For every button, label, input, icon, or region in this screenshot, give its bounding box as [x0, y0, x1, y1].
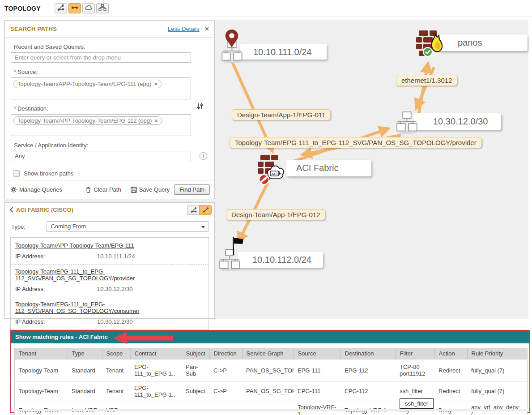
chevron-down-icon	[201, 226, 205, 228]
close-icon[interactable]: ×	[205, 26, 209, 32]
manage-queries-button[interactable]: Manage Queries	[10, 186, 62, 193]
rule-cell: EPG-111	[294, 359, 340, 381]
graph-view-icon	[57, 4, 65, 13]
rule-row[interactable]: Topology-TeamIntra-VRFVRFTopology-VRF-1T…	[15, 401, 527, 415]
source-tag: Topology-Team/APP-Topology-Team/EPG-111 …	[13, 80, 162, 88]
info-icon[interactable]: i	[200, 152, 207, 160]
rule-cell: EPG-111	[294, 381, 340, 401]
rule-cell: fully_qual (7)	[467, 381, 527, 401]
rule-cell: EPG-111_to_EPG-1..	[130, 359, 182, 381]
cloud-view-button[interactable]	[82, 3, 95, 13]
find-path-button[interactable]: Find Path	[174, 184, 210, 195]
rule-row[interactable]: Topology-TeamStandardTenantEPG-111_to_EP…	[15, 359, 527, 381]
rule-cell: Tenant	[102, 381, 130, 401]
save-icon	[131, 187, 137, 193]
required-asterisk: *	[14, 68, 16, 75]
node-source-subnet[interactable]: 10.10.111.0/24	[240, 44, 327, 60]
rule-cell: Topology-VRF-1	[294, 401, 340, 415]
cloud-view-icon	[85, 4, 93, 13]
clear-path-button[interactable]: Clear Path	[85, 186, 121, 193]
node-label: 10.10.112.0/24	[252, 255, 311, 265]
search-paths-panel: SEARCH PATHS Less Details × Recent and S…	[4, 20, 215, 199]
type-select[interactable]: Coming From	[47, 221, 209, 232]
edge-label-provider: Topology-Team/EPG-111_to_EPG-112_SVG/PAN…	[230, 137, 482, 148]
rule-cell	[209, 401, 242, 415]
rule-cell: Subject	[182, 381, 209, 401]
trash-icon	[85, 186, 91, 193]
sitemap-view-button[interactable]	[96, 3, 109, 13]
destination-tag: Topology-Team/APP-Topology-Team/EPG-112 …	[13, 116, 162, 125]
rule-cell: Tenant	[102, 359, 130, 381]
rule-cell: TCP-80 port11912	[396, 359, 434, 381]
node-panos[interactable]: panos	[439, 34, 528, 51]
swap-source-destination-button[interactable]	[196, 102, 204, 112]
service-input[interactable]	[11, 151, 191, 161]
horizontal-scrollbar[interactable]	[14, 409, 528, 411]
search-paths-title: SEARCH PATHS	[10, 26, 168, 32]
gear-icon	[10, 186, 17, 193]
remove-source-tag-icon[interactable]: ×	[154, 81, 157, 87]
svg-text:ACI: ACI	[272, 172, 277, 176]
collapse-chevron-icon[interactable]	[9, 207, 13, 213]
source-label: *Source:	[14, 68, 214, 75]
aci-entry-link[interactable]: Topology-Team/APP-Topology-Team/EPG-111	[15, 242, 134, 249]
edge-label-epg011: Design-Team/App-1/EPG-011	[232, 109, 331, 120]
rules-column-header: Type	[68, 348, 102, 359]
rule-cell: EPG-112	[340, 359, 396, 381]
rule-cell: PAN_OS_SG_TOPO..	[242, 359, 294, 381]
rule-cell: Topology-Team	[15, 359, 68, 381]
rule-cell: Topology-Team	[15, 381, 68, 401]
rules-column-header: Contract	[130, 348, 182, 359]
rules-column-header: Direction	[209, 348, 242, 359]
aci-entry-link[interactable]: Topology-Team/EPG-111_to_EPG-112_SVG/PAN…	[15, 268, 204, 282]
aci-entry-link[interactable]: Topology-Team/EPG-111_to_EPG-112_SVG/PAN…	[15, 301, 204, 314]
type-selected-value: Coming From	[51, 223, 86, 230]
page-title: TOPOLOGY	[0, 5, 41, 12]
remove-destination-tag-icon[interactable]: ×	[154, 117, 158, 124]
rules-column-header: Tenant	[15, 348, 68, 359]
show-broken-paths-checkbox[interactable]	[13, 170, 20, 177]
node-transit-subnet[interactable]: 10.30.12.0/30	[413, 113, 501, 130]
rule-row[interactable]: Topology-TeamStandardTenantEPG-111_to_EP…	[15, 381, 527, 401]
rules-column-header: Scope	[102, 348, 130, 359]
node-aci-fabric[interactable]: ACI Fabric	[286, 160, 371, 176]
node-label: panos	[458, 38, 482, 48]
subnet-icon	[396, 111, 418, 136]
link-toggle-button[interactable]	[200, 205, 212, 215]
recent-queries-input[interactable]	[11, 52, 191, 63]
rule-cell: Deny	[434, 401, 467, 415]
filter-tooltip: ssh_filter	[400, 398, 434, 409]
show-broken-paths-label: Show broken paths	[24, 170, 73, 177]
destination-field[interactable]: Topology-Team/APP-Topology-Team/EPG-112 …	[11, 114, 191, 136]
ip-address-value: 10.10.111.1/24	[97, 253, 135, 260]
edge-label-epg012: Design-Team/App-1/EPG-012	[226, 209, 325, 220]
top-bar: TOPOLOGY	[0, 0, 532, 17]
rule-cell: Pan-Sub	[182, 359, 209, 381]
aci-entry: Topology-Team/EPG-111_to_EPG-112_SVG/PAN…	[11, 297, 209, 329]
rules-column-header: Rule Priority	[467, 348, 527, 359]
matching-rules-panel: Show matching rules - ACI Fabric TenantT…	[10, 330, 530, 413]
ip-address-value: 10.30.12.2/30	[97, 286, 133, 292]
aci-entry: Topology-Team/EPG-111_to_EPG-112_SVG/PAN…	[11, 264, 209, 297]
toolbar-divider	[48, 4, 48, 13]
ip-address-label: IP Address:	[15, 318, 97, 325]
rule-cell: VRF	[102, 401, 130, 415]
aci-fabric-title: ACI FABRIC (CISCO)	[16, 206, 187, 213]
edge-label-ethernet: ethernet1/1.3012	[396, 75, 457, 86]
rules-column-header: Service Graph	[242, 348, 294, 359]
save-query-button[interactable]: Save Query	[131, 186, 170, 193]
rule-cell	[242, 401, 294, 415]
graph-icon	[190, 207, 197, 213]
rule-cell: PAN_OS_SG_TOPO..	[242, 381, 294, 401]
type-label: Type:	[11, 223, 47, 230]
rule-cell	[130, 401, 182, 415]
path-view-button[interactable]	[68, 3, 81, 13]
graph-toggle-button[interactable]	[187, 205, 200, 215]
rule-cell: any_vrf_any_deny (..	[467, 401, 527, 415]
graph-view-button[interactable]	[55, 3, 67, 13]
rules-column-header: Subject	[182, 348, 209, 359]
less-details-link[interactable]: Less Details	[168, 26, 200, 32]
required-asterisk: *	[14, 105, 16, 112]
node-destination-subnet[interactable]: 10.10.112.0/24	[238, 252, 323, 268]
source-field[interactable]: Topology-Team/APP-Topology-Team/EPG-111 …	[11, 77, 191, 99]
